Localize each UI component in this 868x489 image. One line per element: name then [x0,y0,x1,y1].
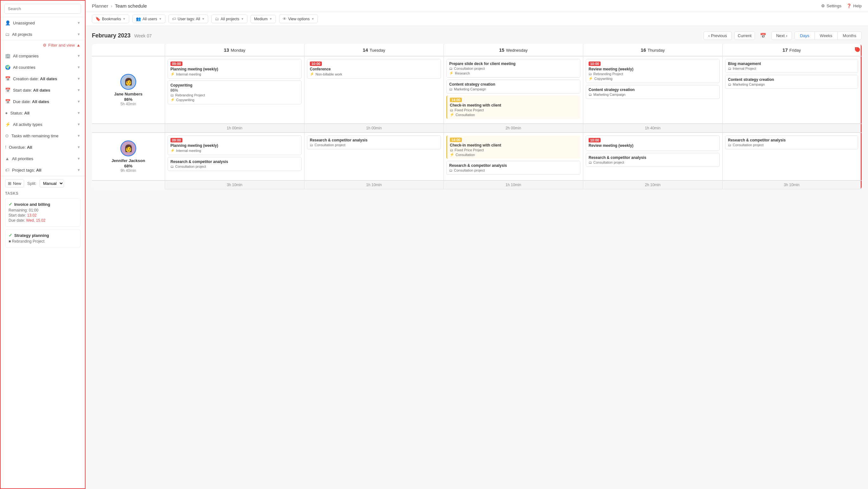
split-select[interactable]: Manual [40,179,64,188]
tab-days[interactable]: Days [795,32,815,40]
filter-status[interactable]: ● Status: All ▼ [1,107,85,119]
chevron-down-icon: ▼ [77,65,81,69]
folder-icon: 🗂 [450,108,453,112]
task-invoice-start: Start date: 13.02 [8,213,77,218]
chevron-down-icon: ▼ [77,54,81,58]
jane-thu-duration: 1h 40min [583,124,722,133]
filter-priorities[interactable]: ▲ All priorities ▼ [1,153,85,164]
chevron-down-icon: ▼ [123,17,126,21]
event-content-strategy-jane-fri[interactable]: Content strategy creation 🗂 Marketing Ca… [725,75,858,89]
lightning-icon: ⚡ [170,98,175,102]
planner-label[interactable]: Planner [92,3,108,8]
filter-creation-date[interactable]: 📅 Creation date: All dates ▼ [1,73,85,84]
filter-companies[interactable]: 🏢 All companies ▼ [1,50,85,61]
all-projects-item[interactable]: 🗂 All projects ▼ [1,29,85,40]
prev-button[interactable]: ‹ Previous [704,31,732,40]
jennifer-wed-duration: 1h 10min [444,181,583,189]
unassigned-item[interactable]: 👤 Unassigned ▼ [1,17,85,29]
event-sub: ⚡ Research [449,71,578,75]
tab-months[interactable]: Months [838,32,861,40]
new-btn-label: New [13,181,21,186]
event-content-strategy-jane-thu[interactable]: Content strategy creation 🗂 Marketing Ca… [586,85,720,99]
event-title: Prepare slide deck for client meeting [449,61,578,66]
filter-countries[interactable]: 🌍 All countries ▼ [1,61,85,73]
projects-icon: 🗂 [5,32,9,37]
medium-button[interactable]: Medium ▼ [251,15,276,23]
jane-fri-cell: Blog management 🗂 Internal Project Conte… [722,56,862,124]
folder-icon: 🗂 [450,148,453,152]
bookmarks-button[interactable]: 🔖 Bookmarks ▼ [92,15,129,23]
task-strategy[interactable]: ✓ Strategy planning ■ Rebranding Project [5,229,81,248]
tab-weeks[interactable]: Weeks [815,32,838,40]
event-time: 10:00 [310,61,322,66]
event-checkin-jennifer-wed[interactable]: 14:00 Check-in meeting with client 🗂 Fix… [446,136,580,159]
chevron-down-icon: ▼ [77,157,81,161]
date-icon: 📅 [5,76,10,81]
event-time: 10:00 [589,61,601,66]
filter-project-tags[interactable]: 🏷 Project tags: All ▼ [1,164,85,176]
event-title: Check-in meeting with client [450,103,578,108]
filter-activity-types[interactable]: ⚡ All activity types ▼ [1,119,85,130]
topbar-actions: ⚙ Settings ❓ Help [821,3,862,8]
event-planning-meeting-jane-mon[interactable]: 09:00 Planning meeting (weekly) ⚡ Intern… [167,59,302,79]
event-sub: ⚡ Consultation [450,152,578,157]
all-projects-toolbar-label: All projects [220,17,239,21]
settings-button[interactable]: ⚙ Settings [821,3,841,8]
jennifer-mon-duration: 3h 10min [165,181,304,189]
filter-icon: ⚙ [43,43,46,48]
calendar-icon[interactable]: 📅 [757,31,769,40]
event-blog-management-jane-fri[interactable]: Blog management 🗂 Internal Project [725,59,858,73]
event-review-meeting-jane-thu[interactable]: 10:00 Review meeting (weekly) 🗂 Rebrandi… [586,59,720,83]
check-icon: ✓ [8,202,12,207]
event-title: Research & competitor analysis [449,163,578,168]
calendar-week: Week 07 [134,33,152,38]
filter-remaining-time[interactable]: ⊙ Tasks with remaining time ▼ [1,130,85,141]
event-slide-deck-jane-wed[interactable]: Prepare slide deck for client meeting 🗂 … [446,59,580,78]
task-invoice[interactable]: ✓ Invoice and billing Remaining: 01:00 S… [5,198,81,227]
filter-due-date[interactable]: 📅 Due date: All dates ▼ [1,96,85,107]
next-button[interactable]: Next › [771,31,792,40]
due-date-icon: 📅 [5,99,10,104]
jennifer-time: 9h 40min [120,168,136,173]
current-button[interactable]: Current [734,31,755,40]
calendar-nav: ‹ Previous Current 📅 Next › Days Weeks M… [704,31,862,40]
event-title: Content strategy creation [449,82,578,87]
avatar-jennifer: 👩 [120,141,136,156]
calendar-header: February 2023 Week 07 ‹ Previous Current… [92,26,862,44]
filter-view-toggle[interactable]: ⚙ Filter and view ▲ [1,40,85,50]
filter-creation-date-label: Creation date: All dates [13,77,57,81]
jane-time: 5h 40min [120,102,136,106]
event-content-strategy-jane-wed[interactable]: Content strategy creation 🗂 Marketing Ca… [446,80,580,93]
search-input[interactable] [4,4,81,13]
chevron-right-icon: › [786,33,787,38]
event-project: ⚡ Non-billable work [310,72,438,76]
new-button[interactable]: ⊞ New [5,179,24,188]
filter-start-date[interactable]: 📅 Start date: All dates ▼ [1,84,85,96]
view-tabs: Days Weeks Months [795,31,862,40]
help-button[interactable]: ❓ Help [846,3,862,8]
all-projects-toolbar-button[interactable]: 🗂 All projects ▼ [211,15,247,23]
all-users-button[interactable]: 👥 All users ▼ [132,15,165,23]
chevron-down-icon: ▼ [77,21,81,25]
project-icon: ■ [8,239,11,243]
eye-icon: 👁 [283,17,287,21]
event-planning-meeting-jennifer-mon[interactable]: 09:00 Planning meeting (weekly) ⚡ Intern… [167,136,302,155]
event-research-jennifer-fri[interactable]: Research & competitor analysis 🗂 Consult… [725,136,858,149]
view-options-button[interactable]: 👁 View options ▼ [279,15,318,23]
event-research-jennifer-mon[interactable]: Research & competitor analysis 🗂 Consult… [167,157,302,171]
event-copywriting-jane-mon[interactable]: Copywriting 86% 🗂 Rebranding Project ⚡ C… [167,81,302,104]
user-tags-button[interactable]: 🏷 User tags: All ▼ [168,15,209,23]
event-sub: ⚡ Copywriting [170,98,299,102]
event-research-jennifer-tue[interactable]: Research & competitor analysis 🗂 Consult… [307,136,441,149]
event-conference-jane-tue[interactable]: 10:00 Conference ⚡ Non-billable work [307,59,441,79]
event-research-jennifer-thu[interactable]: Research & competitor analysis 🗂 Consult… [586,153,720,167]
event-checkin-jane-wed[interactable]: 14:00 Check-in meeting with client 🗂 Fix… [446,95,580,119]
filter-overdue[interactable]: ! Overdue: All ▼ [1,141,85,153]
jennifer-thu-duration: 2h 10min [583,181,722,189]
chevron-down-icon: ▼ [77,32,81,36]
task-strategy-project: ■ Rebranding Project [8,239,77,243]
chevron-down-icon: ▼ [77,88,81,92]
event-review-jennifer-thu[interactable]: 10:00 Review meeting (weekly) [586,136,720,151]
event-research-jennifer-wed[interactable]: Research & competitor analysis 🗂 Consult… [446,161,580,175]
event-project: ⚡ Internal meeting [170,148,299,152]
